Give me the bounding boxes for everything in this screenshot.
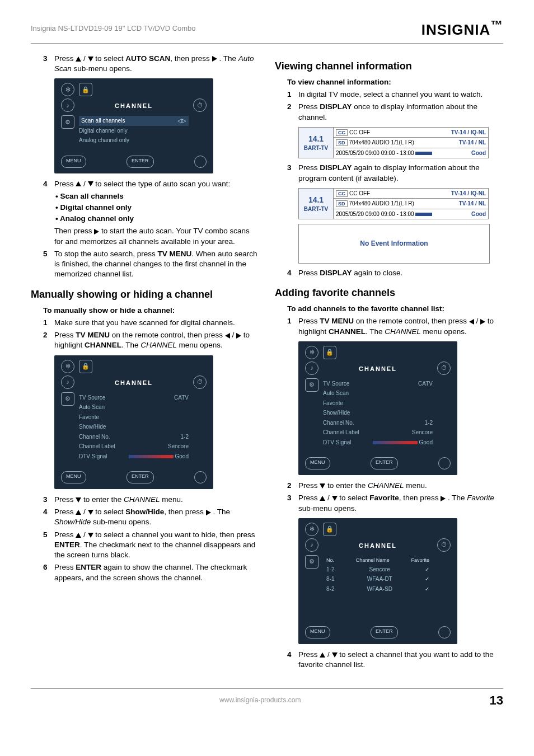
section-manual-showhide: Manually showing or hiding a channel [31,288,259,301]
step-c2: 2 Press to enter the CHANNEL menu. [287,481,503,491]
step-a2: 2 Press TV MENU on the remote control, t… [43,330,259,350]
step-num: 1 [287,90,298,100]
step-num: 4 [287,268,298,278]
setup-icon: ⚙ [305,555,318,569]
osd-row: Digital channel only [79,126,189,136]
picture-icon: ✻ [61,360,74,373]
fav-row: 8-1WFAA-DT✓ [323,574,433,584]
osd-row: Scan all channels◁▷ [79,116,189,126]
product-title: Insignia NS-LTDVD19-09 19" LCD TV/DVD Co… [31,24,196,34]
scan-options: Scan all channels Digital channel only A… [55,191,259,224]
osd-title: CHANNEL [323,365,433,373]
osd-row: Auto Scan [79,402,189,412]
step-a3: 3 Press to enter the CHANNEL menu. [43,495,259,505]
osd-row: TV SourceCATV [79,393,189,403]
channel-id: 14.1BART-TV [299,188,334,219]
menu-button: MENU [305,626,330,638]
up-icon [76,510,81,515]
osd-row: Show/Hide [79,422,189,432]
enter-button: ENTER [371,626,398,638]
right-icon [236,333,241,339]
step-text: Press DISPLAY again to display informati… [298,163,503,183]
osd-channel-menu-2: ✻🔒 ♪⚙ CHANNEL TV SourceCATV Auto Scan Fa… [298,341,457,475]
dpad-icon [194,471,207,483]
left-column: 3 Press / to select AUTO SCAN, then pres… [31,51,259,673]
step-c4: 4 Press / to select a channel that you w… [287,650,503,670]
sub-heading: To manually show or hide a channel: [43,306,259,316]
up-icon [320,496,325,501]
step-num: 6 [43,562,54,583]
osd-row: Analog channel only [79,135,189,145]
step-text: Press / to select Favorite, then press .… [298,493,503,513]
up-icon [76,533,81,538]
section-favorites: Adding favorite channels [275,286,503,299]
no-event-info: No Event Information [298,224,490,263]
osd-autoscan: ✻ 🔒 ♪ ⚙ CHANNEL Scan all channels◁▷ Digi… [54,78,213,173]
dpad-icon [194,156,207,168]
setup-icon: ⚙ [305,378,318,392]
parental-icon: 🔒 [79,83,92,96]
down-icon [332,496,338,501]
fav-row: 8-2WFAA-SD✓ [323,584,433,594]
bullet: Digital channel only [55,203,259,213]
step-3: 3 Press / to select AUTO SCAN, then pres… [43,54,259,74]
step-b1: 1 In digital TV mode, select a channel y… [287,90,503,100]
step-num: 3 [287,493,298,513]
step-text: Press DISPLAY again to close. [298,268,503,278]
step-text: Press / to select Show/Hide, then press … [54,507,259,527]
osd-favorite: ✻🔒 ♪⚙ CHANNEL No.Channel NameFavorite 1-… [298,518,457,644]
osd-row: Show/Hide [323,408,433,418]
step-text: Press / to select AUTO SCAN, then press … [54,54,259,74]
step-num: 2 [287,481,298,491]
right-icon [441,496,446,501]
step-text: Press to enter the CHANNEL menu. [54,495,259,505]
step-num: 1 [287,316,298,336]
step-text: In digital TV mode, select a channel you… [298,90,503,100]
step-text: Press / to select a channel you want to … [54,530,259,561]
osd-title: CHANNEL [79,379,189,387]
up-icon [76,57,81,62]
step-num: 2 [287,102,298,122]
step-c3: 3 Press / to select Favorite, then press… [287,493,503,513]
footer-url: www.insignia-products.com [31,696,490,705]
enter-button: ENTER [127,471,154,483]
step-num: 3 [43,495,54,505]
bullet: Scan all channels [55,191,259,201]
parental-icon: 🔒 [79,360,92,373]
osd-row: Favorite [79,412,189,422]
step-a6: 6 Press ENTER again to show the channel.… [43,562,259,583]
audio-icon: ♪ [305,361,318,375]
audio-icon: ♪ [61,98,74,112]
osd-row: TV SourceCATV [323,379,433,389]
step-num: 3 [43,54,54,74]
enter-button: ENTER [371,457,398,469]
step-text: Press / to select the type of auto scan … [54,179,259,189]
enter-button: ENTER [127,156,154,168]
osd-row: DTV Signal Good [323,438,433,448]
right-icon [212,56,217,62]
step-text: Press TV MENU on the remote control, the… [298,316,503,336]
osd-row: Channel No.1-2 [323,418,433,428]
osd-title: CHANNEL [323,542,433,550]
step-b2: 2 Press DISPLAY once to display informat… [287,102,503,122]
channel-info-box-1: 14.1BART-TV CCCC OFF TV-14 / IQ-NL SD704… [298,127,489,159]
step-num: 4 [43,507,54,527]
time-icon: ⏱ [193,375,207,389]
step-num: 4 [287,650,298,670]
up-icon [76,181,81,186]
osd-title: CHANNEL [79,102,189,110]
step-a5: 5 Press / to select a channel you want t… [43,530,259,561]
down-icon [320,483,325,489]
parental-icon: 🔒 [323,523,336,536]
bullet: Analog channel only [55,214,259,224]
step-num: 5 [43,530,54,561]
step-b3: 3 Press DISPLAY again to display informa… [287,163,503,183]
step-b4: 4 Press DISPLAY again to close. [287,268,503,278]
step-c1: 1 Press TV MENU on the remote control, t… [287,316,503,336]
page-header: Insignia NS-LTDVD19-09 19" LCD TV/DVD Co… [31,17,503,44]
step-text: Press ENTER again to show the channel. T… [54,562,259,583]
down-icon [76,497,81,503]
step-text: Make sure that you have scanned for digi… [54,318,259,328]
time-icon: ⏱ [437,538,451,552]
picture-icon: ✻ [305,523,318,536]
